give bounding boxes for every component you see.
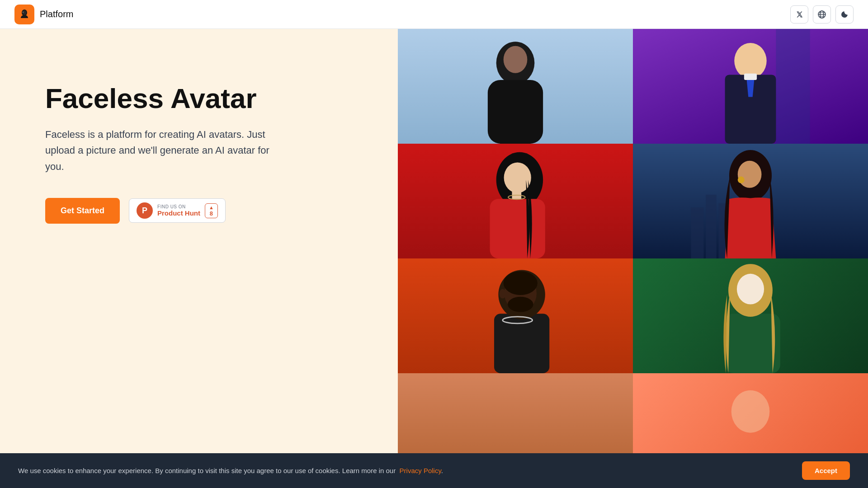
avatar-gallery bbox=[398, 29, 868, 488]
privacy-policy-link[interactable]: Privacy Policy bbox=[400, 467, 441, 474]
svg-point-3 bbox=[23, 11, 24, 13]
nav-title: Platform bbox=[40, 9, 73, 19]
svg-point-14 bbox=[734, 43, 766, 79]
gallery-item-1 bbox=[398, 29, 633, 144]
cookie-period: . bbox=[441, 467, 443, 474]
gallery-item-3 bbox=[398, 144, 633, 258]
svg-rect-10 bbox=[488, 80, 543, 144]
get-started-button[interactable]: Get Started bbox=[45, 198, 120, 224]
nav-left: Platform bbox=[14, 5, 73, 24]
nav-right bbox=[790, 5, 854, 23]
svg-rect-24 bbox=[706, 195, 717, 258]
gallery-item-4 bbox=[633, 144, 868, 258]
svg-rect-29 bbox=[494, 314, 549, 373]
dark-mode-button[interactable] bbox=[835, 5, 854, 23]
svg-point-34 bbox=[499, 289, 506, 299]
gallery-item-2 bbox=[633, 29, 868, 144]
gallery-item-6 bbox=[633, 258, 868, 373]
logo-icon bbox=[14, 5, 34, 24]
product-hunt-find-label: FIND US ON bbox=[157, 204, 200, 209]
svg-rect-17 bbox=[744, 74, 757, 80]
hero-actions: Get Started P FIND US ON Product Hunt ▲ … bbox=[45, 198, 362, 224]
svg-point-41 bbox=[731, 390, 770, 433]
svg-point-28 bbox=[738, 176, 745, 183]
svg-rect-21 bbox=[490, 199, 545, 258]
vote-arrow-icon: ▲ bbox=[209, 205, 214, 210]
svg-point-32 bbox=[508, 297, 533, 312]
twitter-x-button[interactable] bbox=[790, 5, 808, 23]
svg-rect-23 bbox=[691, 207, 703, 258]
globe-button[interactable] bbox=[813, 5, 831, 23]
product-hunt-name: Product Hunt bbox=[157, 209, 200, 217]
hero-title: Faceless Avatar bbox=[45, 83, 362, 114]
vote-count: 8 bbox=[210, 210, 213, 217]
main-content: Faceless Avatar Faceless is a platform f… bbox=[0, 0, 868, 488]
svg-rect-13 bbox=[776, 29, 810, 144]
gallery-item-5 bbox=[398, 258, 633, 373]
hero-description: Faceless is a platform for creating AI a… bbox=[45, 127, 280, 174]
svg-point-27 bbox=[738, 161, 762, 188]
svg-point-11 bbox=[504, 46, 528, 73]
cookie-bar: We use cookies to enhance your experienc… bbox=[0, 453, 868, 488]
navbar: Platform bbox=[0, 0, 868, 29]
svg-point-35 bbox=[504, 271, 538, 295]
accept-cookies-button[interactable]: Accept bbox=[802, 461, 850, 480]
product-hunt-vote: ▲ 8 bbox=[205, 203, 218, 218]
product-hunt-text: FIND US ON Product Hunt bbox=[157, 204, 200, 217]
svg-point-38 bbox=[737, 274, 764, 305]
cookie-text: We use cookies to enhance your experienc… bbox=[18, 467, 443, 474]
product-hunt-badge[interactable]: P FIND US ON Product Hunt ▲ 8 bbox=[129, 198, 226, 223]
product-hunt-logo: P bbox=[137, 202, 153, 219]
hero-section: Faceless Avatar Faceless is a platform f… bbox=[0, 29, 398, 488]
